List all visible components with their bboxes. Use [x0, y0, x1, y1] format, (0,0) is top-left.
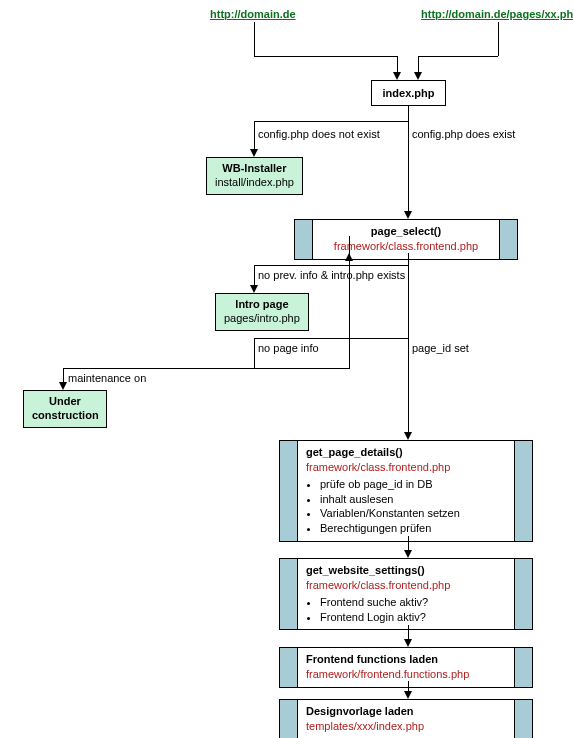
edge: [254, 265, 409, 266]
edge: [408, 338, 409, 432]
proc-side: [280, 700, 298, 738]
wb-installer-title: WB-Installer: [215, 162, 294, 176]
proc-side: [295, 220, 313, 259]
edge: [418, 56, 498, 57]
wb-installer: WB-Installer install/index.php: [206, 157, 303, 194]
arrow: [404, 211, 412, 219]
list-item: inhalt auslesen: [320, 492, 506, 507]
get-page-details-path: framework/class.frontend.php: [306, 460, 506, 475]
edge: [254, 338, 255, 368]
arrow: [345, 253, 353, 261]
get-page-details-items: prüfe ob page_id in DB inhalt auslesen V…: [306, 477, 506, 536]
edge: [254, 121, 255, 149]
edge: [254, 121, 409, 122]
frontend-functions: Frontend functions laden framework/front…: [279, 647, 533, 688]
edge: [408, 253, 409, 265]
edge: [254, 22, 255, 56]
edge: [408, 105, 409, 121]
index-php: index.php: [371, 80, 446, 106]
label-no-page-info: no page info: [258, 342, 319, 354]
proc-side: [514, 441, 532, 541]
get-page-details: get_page_details() framework/class.front…: [279, 440, 533, 542]
proc-side: [280, 648, 298, 687]
wb-installer-path: install/index.php: [215, 176, 294, 190]
intro-page-title: Intro page: [224, 298, 300, 312]
label-maintenance: maintenance on: [68, 372, 146, 384]
index-php-label: index.php: [383, 87, 435, 99]
edge: [408, 536, 409, 550]
edge: [408, 681, 409, 691]
arrow: [404, 639, 412, 647]
list-item: Frontend Login aktiv?: [320, 610, 506, 625]
proc-side: [499, 220, 517, 259]
get-website-settings-path: framework/class.frontend.php: [306, 578, 506, 593]
edge: [408, 265, 409, 338]
proc-side: [514, 648, 532, 687]
label-no-prev-info: no prev. info & intro.php exists: [258, 269, 405, 281]
edge: [397, 56, 398, 72]
edge: [254, 56, 397, 57]
edge: [63, 368, 64, 382]
page-select-title: page_select(): [321, 224, 491, 239]
arrow: [404, 432, 412, 440]
get-website-settings-title: get_website_settings(): [306, 563, 506, 578]
design-template-path: templates/xxx/index.php: [306, 719, 506, 734]
design-template-title: Designvorlage laden: [306, 704, 506, 719]
entry-url-left[interactable]: http://domain.de: [210, 8, 296, 20]
edge: [63, 368, 350, 369]
proc-side: [514, 559, 532, 629]
get-website-settings-items: Frontend suche aktiv? Frontend Login akt…: [306, 595, 506, 625]
list-item: Frontend suche aktiv?: [320, 595, 506, 610]
under-construction: Under construction: [23, 390, 107, 427]
arrow: [250, 285, 258, 293]
edge: [408, 625, 409, 639]
under-construction-title: Under construction: [32, 395, 98, 423]
list-item: prüfe ob page_id in DB: [320, 477, 506, 492]
proc-side: [514, 700, 532, 738]
frontend-functions-path: framework/frontend.functions.php: [306, 667, 506, 682]
proc-side: [280, 559, 298, 629]
arrow: [250, 149, 258, 157]
arrow: [59, 382, 67, 390]
edge: [418, 56, 419, 72]
arrow: [393, 72, 401, 80]
list-item: Berechtigungen prüfen: [320, 521, 506, 536]
entry-url-right[interactable]: http://domain.de/pages/xx.php: [421, 8, 573, 20]
frontend-functions-title: Frontend functions laden: [306, 652, 506, 667]
page-select: page_select() framework/class.frontend.p…: [294, 219, 518, 260]
label-page-id-set: page_id set: [412, 342, 469, 354]
intro-page-path: pages/intro.php: [224, 312, 300, 326]
edge: [254, 265, 255, 285]
label-config-not-exist: config.php does not exist: [258, 128, 380, 140]
edge: [498, 22, 499, 56]
get-page-details-title: get_page_details(): [306, 445, 506, 460]
edge: [254, 338, 409, 339]
proc-side: [280, 441, 298, 541]
arrow: [404, 691, 412, 699]
intro-page: Intro page pages/intro.php: [215, 293, 309, 330]
page-select-path: framework/class.frontend.php: [321, 239, 491, 254]
arrow: [404, 550, 412, 558]
arrow: [414, 72, 422, 80]
design-template: Designvorlage laden templates/xxx/index.…: [279, 699, 533, 738]
list-item: Variablen/Konstanten setzen: [320, 506, 506, 521]
label-config-exist: config.php does exist: [412, 128, 515, 140]
get-website-settings: get_website_settings() framework/class.f…: [279, 558, 533, 630]
edge: [408, 121, 409, 211]
